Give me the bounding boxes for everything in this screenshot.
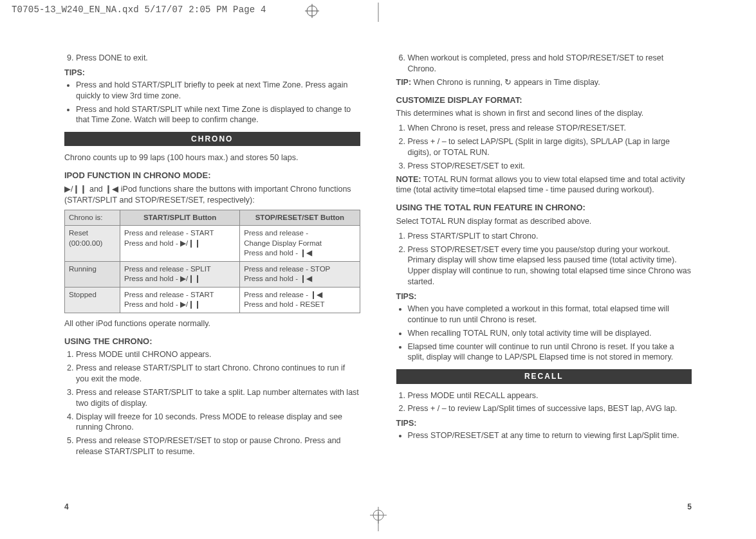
tip-item: When recalling TOTAL RUN, only total act… xyxy=(408,328,692,339)
using-step: Press MODE until CHRONO appears. xyxy=(76,349,360,360)
chrono-tip: TIP: When Chrono is running, ↻ appears i… xyxy=(396,77,692,88)
td-state-stopped: Stopped xyxy=(65,287,120,313)
using-step-6: When workout is completed, press and hol… xyxy=(408,53,692,75)
total-run-note: NOTE: TOTAL RUN format allows you to vie… xyxy=(396,174,692,196)
tips-heading: TIPS: xyxy=(396,418,692,429)
recall-step: Press MODE until RECALL appears. xyxy=(408,390,692,401)
section-bar-recall: RECALL xyxy=(396,369,692,383)
using-step: Display will freeze for 10 seconds. Pres… xyxy=(76,412,360,434)
recall-step: Press + / – to review Lap/Split times of… xyxy=(408,403,692,414)
customize-display-heading: CUSTOMIZE DISPLAY FORMAT: xyxy=(396,95,692,106)
section-bar-chrono: CHRONO xyxy=(64,132,360,146)
td-stop-running: Press and release - STOP Press and hold … xyxy=(240,261,360,287)
td-start-running: Press and release - SPLIT Press and hold… xyxy=(120,261,240,287)
page-number-right: 5 xyxy=(687,502,692,512)
tip-item: When you have completed a workout in thi… xyxy=(408,304,692,325)
ipod-function-table: Chrono is: START/SPLIT Button STOP/RESET… xyxy=(64,210,360,313)
customize-step: Press STOP/RESET/SET to exit. xyxy=(408,161,692,172)
tips-heading: TIPS: xyxy=(396,291,692,302)
customize-step: Press + / – to select LAP/SPL (Split in … xyxy=(408,136,692,158)
td-state-reset: Reset (00:00.00) xyxy=(65,226,120,262)
td-state-running: Running xyxy=(65,261,120,287)
chrono-intro: Chrono counts up to 99 laps (100 hours m… xyxy=(64,152,360,163)
using-step: Press and release START/SPLIT to start C… xyxy=(76,363,360,385)
using-chrono-heading: USING THE CHRONO: xyxy=(64,336,360,347)
customize-step: When Chrono is reset, press and release … xyxy=(408,123,692,134)
right-column: When workout is completed, press and hol… xyxy=(396,51,692,507)
print-slug: T0705-13_W240_EN_NA.qxd 5/17/07 2:05 PM … xyxy=(12,4,266,16)
crop-mark-top xyxy=(372,3,385,22)
tip-item: Press and hold START/SPLIT while next Ti… xyxy=(76,104,360,126)
tip-item: Elapsed time counter will continue to ru… xyxy=(408,342,692,363)
td-start-reset: Press and release - START Press and hold… xyxy=(120,226,240,262)
td-stop-stopped: Press and release - ❙◀ Press and hold - … xyxy=(240,287,360,313)
total-run-step: Press START/SPLIT to start Chrono. xyxy=(408,231,692,242)
th-start-split: START/SPLIT Button xyxy=(120,210,240,226)
tips-heading: TIPS: xyxy=(64,68,360,78)
tip-item: Press STOP/RESET/SET at any time to retu… xyxy=(408,430,692,441)
tip-item: Press and hold START/SPLIT briefly to pe… xyxy=(76,80,360,102)
step-9: Press DONE to exit. xyxy=(76,53,360,64)
ipod-paragraph: ▶/❙❙ and ❙◀ iPod functions share the but… xyxy=(64,184,360,206)
td-start-stopped: Press and release - START Press and hold… xyxy=(120,287,240,313)
crop-mark-bottom xyxy=(369,506,388,531)
all-other-functions: All other iPod functions operate normall… xyxy=(64,318,360,329)
left-column: Press DONE to exit. TIPS: Press and hold… xyxy=(64,51,360,507)
total-run-step: Press STOP/RESET/SET every time you paus… xyxy=(408,244,692,288)
td-stop-reset: Press and release - Change Display Forma… xyxy=(240,226,360,262)
select-total-run: Select TOTAL RUN display format as descr… xyxy=(396,216,692,227)
using-step: Press and release START/SPLIT to take a … xyxy=(76,387,360,409)
registration-mark-top xyxy=(305,4,319,21)
th-chrono-is: Chrono is: xyxy=(65,210,120,226)
th-stop-reset: STOP/RESET/SET Button xyxy=(240,210,360,226)
page-number-left: 4 xyxy=(64,502,69,512)
using-total-run-heading: USING THE TOTAL RUN FEATURE IN CHRONO: xyxy=(396,202,692,214)
using-step: Press and release STOP/RESET/SET to stop… xyxy=(76,435,360,457)
customize-intro: This determines what is shown in first a… xyxy=(396,108,692,119)
ipod-function-heading: IPOD FUNCTION IN CHRONO MODE: xyxy=(64,170,360,181)
